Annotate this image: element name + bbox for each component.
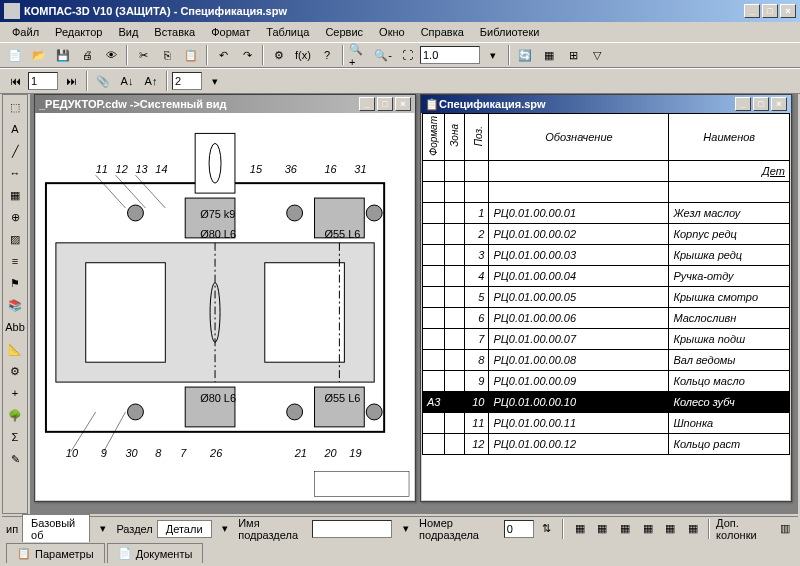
drawing-minimize-button[interactable]: _ bbox=[359, 97, 375, 111]
table-row[interactable]: 11РЦ0.01.00.00.11Шпонка bbox=[423, 412, 790, 433]
tool-dim-icon[interactable]: ↔ bbox=[5, 163, 25, 183]
sort-asc-icon[interactable]: A↓ bbox=[116, 70, 138, 92]
grid4-icon[interactable]: ▦ bbox=[638, 518, 657, 540]
tool-assembly-icon[interactable]: ⚙ bbox=[5, 361, 25, 381]
spec-maximize-button[interactable]: □ bbox=[753, 97, 769, 111]
zoom-input[interactable] bbox=[420, 46, 480, 64]
table-row[interactable]: 3РЦ0.01.00.00.03Крышка редц bbox=[423, 244, 790, 265]
dropdown2-arrow-icon[interactable]: ▾ bbox=[216, 518, 235, 540]
tool-plus-icon[interactable]: + bbox=[5, 383, 25, 403]
grid5-icon[interactable]: ▦ bbox=[661, 518, 680, 540]
table-row[interactable]: 2РЦ0.01.00.00.02Корпус редц bbox=[423, 223, 790, 244]
table-row[interactable]: 9РЦ0.01.00.00.09Кольцо масло bbox=[423, 370, 790, 391]
table-row[interactable]: 6РЦ0.01.00.00.06Маслосливн bbox=[423, 307, 790, 328]
base-obj-tab[interactable]: Базовый об bbox=[22, 514, 90, 544]
help-icon[interactable]: ? bbox=[316, 44, 338, 66]
attach-icon[interactable]: 📎 bbox=[92, 70, 114, 92]
subsection-name-input[interactable] bbox=[312, 520, 392, 538]
tool-abb-icon[interactable]: Abb bbox=[5, 317, 25, 337]
tab-params[interactable]: 📋 Параметры bbox=[6, 543, 105, 563]
menu-service[interactable]: Сервис bbox=[317, 24, 371, 40]
table-row[interactable]: 12РЦ0.01.00.00.12Кольцо раст bbox=[423, 433, 790, 454]
redo-icon[interactable]: ↷ bbox=[236, 44, 258, 66]
dropdown-arrow-icon[interactable]: ▾ bbox=[94, 518, 113, 540]
open-icon[interactable]: 📂 bbox=[28, 44, 50, 66]
menu-help[interactable]: Справка bbox=[413, 24, 472, 40]
new-icon[interactable]: 📄 bbox=[4, 44, 26, 66]
tool-text-icon[interactable]: A bbox=[5, 119, 25, 139]
tool-select-icon[interactable]: ⬚ bbox=[5, 97, 25, 117]
save-icon[interactable]: 💾 bbox=[52, 44, 74, 66]
zoom-dropdown-icon[interactable]: ▾ bbox=[482, 44, 504, 66]
paste-icon[interactable]: 📋 bbox=[180, 44, 202, 66]
tool-flag-icon[interactable]: ⚑ bbox=[5, 273, 25, 293]
drawing-close-button[interactable]: × bbox=[395, 97, 411, 111]
dropdown-icon[interactable]: ▾ bbox=[204, 70, 226, 92]
spec-table[interactable]: Формат Зона Поз. Обозначение Наименов Де… bbox=[422, 113, 790, 455]
zoom-in-icon[interactable]: 🔍+ bbox=[348, 44, 370, 66]
spec-section-row[interactable]: Дет bbox=[423, 160, 790, 181]
copy-icon[interactable]: ⎘ bbox=[156, 44, 178, 66]
drawing-titlebar[interactable]: _РЕДУКТОР.cdw ->Системный вид _ □ × bbox=[35, 95, 415, 113]
table-row[interactable]: 1РЦ0.01.00.00.01Жезл маслоу bbox=[423, 202, 790, 223]
tool-measure-icon[interactable]: 📐 bbox=[5, 339, 25, 359]
tool-symbol-icon[interactable]: ⊕ bbox=[5, 207, 25, 227]
zoom-fit-icon[interactable]: ⛶ bbox=[396, 44, 418, 66]
menu-libraries[interactable]: Библиотеки bbox=[472, 24, 548, 40]
dropdown3-arrow-icon[interactable]: ▾ bbox=[396, 518, 415, 540]
table-row[interactable]: 7РЦ0.01.00.00.07Крышка подш bbox=[423, 328, 790, 349]
drawing-canvas[interactable]: 11 12 13 14 15 36 16 31 10 9 30 8 7 26 2… bbox=[36, 113, 414, 500]
columns-icon[interactable]: ▥ bbox=[775, 518, 794, 540]
page-input[interactable] bbox=[28, 72, 58, 90]
menu-view[interactable]: Вид bbox=[110, 24, 146, 40]
grid6-icon[interactable]: ▦ bbox=[683, 518, 702, 540]
menu-file[interactable]: Файл bbox=[4, 24, 47, 40]
tool-tree-icon[interactable]: 🌳 bbox=[5, 405, 25, 425]
refresh-icon[interactable]: 🔄 bbox=[514, 44, 536, 66]
menu-format[interactable]: Формат bbox=[203, 24, 258, 40]
tool-line-icon[interactable]: ╱ bbox=[5, 141, 25, 161]
count-input[interactable] bbox=[172, 72, 202, 90]
menu-editor[interactable]: Редактор bbox=[47, 24, 110, 40]
drawing-content[interactable]: 11 12 13 14 15 36 16 31 10 9 30 8 7 26 2… bbox=[36, 113, 414, 500]
grid2-icon[interactable]: ▦ bbox=[593, 518, 612, 540]
details-value[interactable]: Детали bbox=[157, 520, 212, 538]
undo-icon[interactable]: ↶ bbox=[212, 44, 234, 66]
grid3-icon[interactable]: ▦ bbox=[616, 518, 635, 540]
menu-insert[interactable]: Вставка bbox=[146, 24, 203, 40]
table-row[interactable]: А310РЦ0.01.00.00.10Колесо зубч bbox=[423, 391, 790, 412]
cut-icon[interactable]: ✂ bbox=[132, 44, 154, 66]
tool-layer-icon[interactable]: ≡ bbox=[5, 251, 25, 271]
table-row[interactable]: 8РЦ0.01.00.00.08Вал ведомы bbox=[423, 349, 790, 370]
snap-icon[interactable]: ⊞ bbox=[562, 44, 584, 66]
print-icon[interactable]: 🖨 bbox=[76, 44, 98, 66]
tool-sigma-icon[interactable]: Σ bbox=[5, 427, 25, 447]
spinner-icon[interactable]: ⇅ bbox=[538, 518, 557, 540]
tool-hatch-icon[interactable]: ▨ bbox=[5, 229, 25, 249]
filter-icon[interactable]: ▽ bbox=[586, 44, 608, 66]
drawing-maximize-button[interactable]: □ bbox=[377, 97, 393, 111]
tool-table-icon[interactable]: ▦ bbox=[5, 185, 25, 205]
sort-desc-icon[interactable]: A↑ bbox=[140, 70, 162, 92]
minimize-button[interactable]: _ bbox=[744, 4, 760, 18]
zoom-out-icon[interactable]: 🔍- bbox=[372, 44, 394, 66]
close-button[interactable]: × bbox=[780, 4, 796, 18]
menu-table[interactable]: Таблица bbox=[258, 24, 317, 40]
nav-first-icon[interactable]: ⏮ bbox=[4, 70, 26, 92]
spec-empty-row[interactable] bbox=[423, 181, 790, 202]
maximize-button[interactable]: □ bbox=[762, 4, 778, 18]
subsection-num-input[interactable] bbox=[504, 520, 534, 538]
tool-library-icon[interactable]: 📚 bbox=[5, 295, 25, 315]
properties-icon[interactable]: ⚙ bbox=[268, 44, 290, 66]
spec-titlebar[interactable]: 📋 Спецификация.spw _ □ × bbox=[421, 95, 791, 113]
table-row[interactable]: 4РЦ0.01.00.00.04Ручка-отду bbox=[423, 265, 790, 286]
menu-window[interactable]: Окно bbox=[371, 24, 413, 40]
grid-icon[interactable]: ▦ bbox=[538, 44, 560, 66]
spec-close-button[interactable]: × bbox=[771, 97, 787, 111]
table-row[interactable]: 5РЦ0.01.00.00.05Крышка смотро bbox=[423, 286, 790, 307]
spec-content[interactable]: Формат Зона Поз. Обозначение Наименов Де… bbox=[422, 113, 790, 500]
fx-icon[interactable]: f(x) bbox=[292, 44, 314, 66]
tool-draw-icon[interactable]: ✎ bbox=[5, 449, 25, 469]
preview-icon[interactable]: 👁 bbox=[100, 44, 122, 66]
spec-minimize-button[interactable]: _ bbox=[735, 97, 751, 111]
